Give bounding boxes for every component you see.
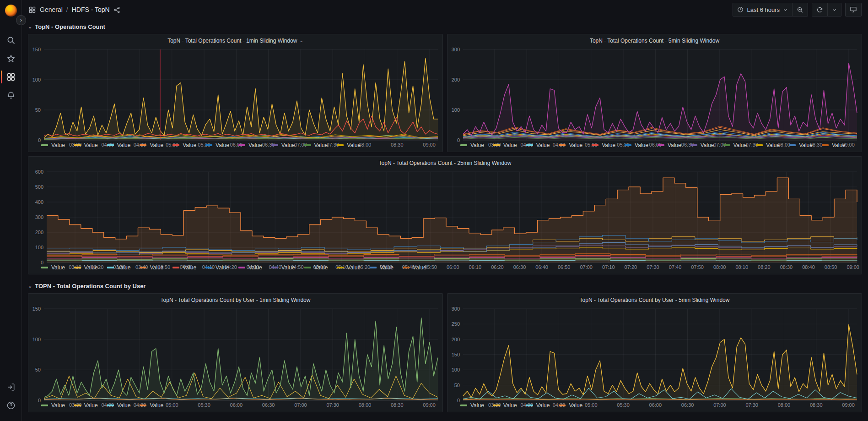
legend-swatch [140,267,146,268]
chart-legend: ValueValueValueValue [447,402,862,412]
panel-title[interactable]: TopN - Total Operations Count by User - … [28,294,442,306]
kiosk-mode-button[interactable] [846,3,861,16]
legend-item[interactable]: Value [789,142,813,148]
legend-label: Value [183,264,196,271]
chart-plot-area[interactable]: 600500400300200100003:1003:2003:3003:400… [28,169,862,264]
legend-label: Value [503,402,517,409]
legend-item[interactable]: Value [205,264,229,271]
legend-swatch [205,267,212,268]
legend-swatch [337,144,344,146]
legend-item[interactable]: Value [41,142,65,148]
legend-item[interactable]: Value [756,142,780,148]
share-icon[interactable] [113,6,120,13]
legend-swatch [723,144,730,146]
search-icon[interactable] [0,31,22,49]
y-axis-label: 250 [452,321,460,327]
legend-item[interactable]: Value [107,402,131,409]
legend-item[interactable]: Value [41,402,65,409]
chart-plot-area[interactable]: 300200100003:3004:0004:3005:0005:3006:00… [447,47,862,142]
legend-item[interactable]: Value [526,402,550,409]
panel-title[interactable]: TopN - Total Operations Count - 1min Sli… [28,34,442,47]
zoom-out-button[interactable] [792,3,808,16]
legend-item[interactable]: Value [723,142,747,148]
chart-svg: 15010050003:3004:0004:3005:0005:3006:000… [28,306,442,408]
legend-item[interactable]: Value [173,142,196,148]
chart-plot-area[interactable]: 15010050003:3004:0004:3005:0005:3006:000… [28,306,442,402]
panel-title[interactable]: TopN - Total Operations Count by User - … [447,294,862,306]
y-axis-label: 150 [32,47,41,52]
panel-menu-caret-icon[interactable]: ⌄ [299,38,303,43]
legend-item[interactable]: Value [337,142,361,148]
legend-item[interactable]: Value [238,142,262,148]
legend-item[interactable]: Value [205,142,229,148]
legend-item[interactable]: Value [337,264,361,271]
legend-item[interactable]: Value [403,264,426,271]
sidebar-expand-button[interactable]: › [16,15,26,25]
legend-item[interactable]: Value [271,142,295,148]
legend-label: Value [569,402,582,409]
legend-item[interactable]: Value [304,142,328,148]
legend-item[interactable]: Value [140,264,163,271]
legend-swatch [822,144,829,146]
chart-plot-area[interactable]: 30025020015010050003:3004:0004:3005:0005… [447,306,862,402]
legend-item[interactable]: Value [140,142,163,148]
panel-title[interactable]: TopN - Total Operations Count - 25min Sl… [28,157,862,169]
legend-item[interactable]: Value [173,264,196,271]
legend-item[interactable]: Value [625,142,648,148]
legend-item[interactable]: Value [658,142,681,148]
legend-swatch [140,144,146,146]
legend-item[interactable]: Value [460,402,484,409]
row-title: TOPN - Total Operations Count by User [35,283,146,290]
legend-label: Value [536,142,550,148]
legend-swatch [304,267,311,268]
apps-grid-icon[interactable] [28,6,36,14]
legend-label: Value [766,142,780,148]
y-axis-label: 200 [452,77,460,82]
legend-item[interactable]: Value [493,142,517,148]
time-range-label: Last 6 hours [747,6,780,13]
legend-label: Value [51,402,65,409]
grafana-logo[interactable] [5,5,17,16]
starred-icon[interactable] [0,49,22,68]
legend-item[interactable]: Value [74,142,98,148]
legend-swatch [559,405,566,406]
sign-in-icon[interactable] [0,378,22,396]
time-range-picker[interactable]: Last 6 hours [733,3,792,16]
y-axis-label: 200 [35,230,43,235]
refresh-button[interactable] [812,3,827,16]
legend-item[interactable]: Value [526,142,550,148]
legend-item[interactable]: Value [140,402,163,409]
legend-item[interactable]: Value [460,142,484,148]
legend-item[interactable]: Value [41,264,65,271]
legend-item[interactable]: Value [271,264,295,271]
legend-item[interactable]: Value [238,264,262,271]
breadcrumb-folder[interactable]: General [40,6,63,13]
legend-item[interactable]: Value [304,264,328,271]
legend-label: Value [470,402,484,409]
legend-item[interactable]: Value [74,264,98,271]
sidebar-item-dashboards[interactable] [0,68,22,86]
legend-item[interactable]: Value [493,402,517,409]
legend-item[interactable]: Value [74,402,98,409]
legend-item[interactable]: Value [690,142,714,148]
legend-item[interactable]: Value [559,142,582,148]
legend-item[interactable]: Value [592,142,615,148]
panel-title[interactable]: TopN - Total Operations Count - 5min Sli… [447,34,862,47]
breadcrumb-dashboard-title[interactable]: HDFS - TopN [72,6,110,13]
refresh-interval-dropdown[interactable] [827,3,841,16]
chart-legend: ValueValueValueValueValueValueValueValue… [28,142,442,152]
chevron-down-icon [783,7,788,12]
chart-plot-area[interactable]: 15010050003:3004:0004:3005:0005:3006:000… [28,47,442,142]
y-axis-label: 100 [452,367,460,372]
legend-item[interactable]: Value [107,264,131,271]
help-icon[interactable] [0,396,22,415]
legend-item[interactable]: Value [559,402,582,409]
legend-item[interactable]: Value [822,142,846,148]
alerting-bell-icon[interactable] [0,86,22,104]
row-header-ops-by-user[interactable]: ⌄ TOPN - Total Operations Count by User [28,279,862,293]
chart-legend: ValueValueValueValue [28,402,442,412]
legend-item[interactable]: Value [370,264,394,271]
y-axis-label: 400 [35,199,43,205]
legend-item[interactable]: Value [107,142,131,148]
row-header-operations-count[interactable]: ⌄ TopN - Operations Count [28,19,862,34]
